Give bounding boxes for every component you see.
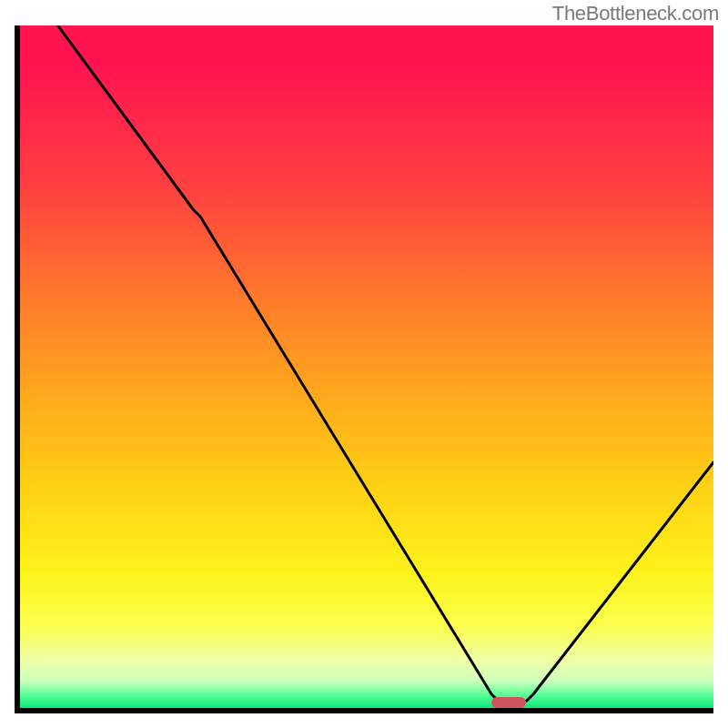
axes-frame bbox=[15, 25, 713, 713]
optimal-point-marker bbox=[491, 697, 526, 708]
watermark-text: TheBottleneck.com bbox=[552, 2, 719, 25]
bottleneck-curve-line bbox=[48, 25, 714, 702]
chart-container: TheBottleneck.com bbox=[0, 0, 728, 728]
curve-svg bbox=[20, 25, 713, 708]
